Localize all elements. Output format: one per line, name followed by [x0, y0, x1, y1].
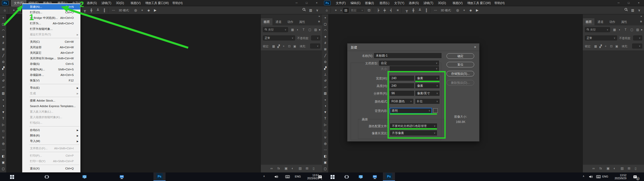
- gradient-tool[interactable]: ▧: [322, 90, 329, 96]
- history-brush-tool[interactable]: ↺: [322, 78, 329, 84]
- taskbar-clock[interactable]: 13:522023/9/29: [611, 174, 626, 180]
- filter-type-dropdown[interactable]: 类型∨: [585, 27, 610, 32]
- move-tool[interactable]: +: [322, 15, 329, 21]
- filter-adjust-icon[interactable]: ◐: [619, 28, 621, 31]
- align-top-icon[interactable]: ╥: [82, 8, 88, 13]
- file-menu-item-27[interactable]: 脚本(R)▶: [22, 133, 80, 138]
- background-color-swatch[interactable]: [433, 108, 438, 113]
- layer-mask-icon[interactable]: ▣: [285, 166, 288, 170]
- lock-all-icon[interactable]: ▣: [615, 44, 618, 48]
- tray-chevron-icon[interactable]: ∧: [263, 175, 265, 177]
- menubar-item-5[interactable]: 文字(Y): [392, 0, 407, 6]
- volume-icon[interactable]: [273, 174, 279, 180]
- panel-menu-icon[interactable]: ≡: [640, 20, 642, 23]
- panel-tab-3[interactable]: 动作: [607, 18, 618, 25]
- adjustment-layer-icon[interactable]: ◐: [292, 166, 294, 170]
- bit-depth-dropdown[interactable]: 8 位∨: [415, 99, 439, 104]
- marquee-tool[interactable]: ▢: [322, 21, 329, 27]
- brush-tool[interactable]: ▞: [0, 65, 7, 71]
- layer-mask-icon[interactable]: ▣: [607, 166, 610, 170]
- move-tool-icon[interactable]: +: [11, 8, 17, 13]
- color-swatches-icon[interactable]: ◧: [0, 153, 7, 159]
- file-menu-item-3[interactable]: 在 Bridge 中浏览(B)...Alt+Ctrl+O: [22, 15, 80, 21]
- chevron-down-icon[interactable]: ∨: [636, 8, 642, 13]
- name-input[interactable]: [374, 53, 441, 58]
- home-icon[interactable]: ⌂: [2, 8, 8, 13]
- color-swatches-icon[interactable]: ◧: [322, 153, 329, 159]
- screen-mode-icon[interactable]: ▢: [0, 166, 7, 172]
- orbit-3d-icon[interactable]: ◎: [133, 8, 138, 13]
- blend-mode-dropdown[interactable]: 正常∨: [585, 35, 617, 40]
- menubar-item-7[interactable]: 滤镜(T): [421, 0, 435, 6]
- type-tool[interactable]: T: [322, 115, 329, 121]
- file-menu-item-20[interactable]: 搜索 Adobe Stock...: [22, 98, 80, 103]
- lock-paint-icon[interactable]: ▞: [599, 44, 602, 48]
- menubar-item-1[interactable]: 文件(F): [334, 0, 348, 6]
- distribute-v-icon[interactable]: ║: [424, 8, 429, 13]
- blur-tool[interactable]: ◒: [322, 97, 329, 103]
- lock-paint-icon[interactable]: ▞: [277, 44, 280, 48]
- lock-move-icon[interactable]: +: [605, 44, 607, 48]
- zoom-tool[interactable]: ◎: [322, 141, 329, 147]
- file-menu-item-13[interactable]: 存储为(A)...Shift+Ctrl+S: [22, 67, 80, 72]
- frame-tool[interactable]: ⊞: [322, 46, 329, 52]
- panel-tab-2[interactable]: 通道: [595, 18, 606, 25]
- menubar-item-12[interactable]: 帮助(H): [492, 0, 507, 6]
- lock-transparency-icon[interactable]: ▩: [272, 44, 275, 48]
- close-icon[interactable]: ×: [474, 45, 476, 49]
- opacity-dropdown[interactable]: ∨: [633, 35, 642, 40]
- orbit-3d-icon[interactable]: ◎: [455, 8, 460, 13]
- workspace-icon[interactable]: ▥: [630, 8, 635, 13]
- type-tool[interactable]: T: [0, 115, 7, 121]
- menubar-item-4[interactable]: 图层(L): [377, 0, 392, 6]
- tray-chevron-icon[interactable]: ∧: [583, 175, 584, 177]
- start-icon[interactable]: [9, 174, 15, 180]
- task-view-icon[interactable]: [344, 174, 350, 180]
- dodge-tool[interactable]: ◑: [0, 103, 7, 109]
- language-indicator[interactable]: ENG: [295, 175, 301, 178]
- search-icon[interactable]: [301, 8, 307, 13]
- healing-brush-tool[interactable]: ⊙: [322, 59, 329, 65]
- hand-tool[interactable]: ∪: [322, 134, 329, 140]
- maximize-icon[interactable]: □: [305, 0, 308, 6]
- width-unit-dropdown[interactable]: 像素∨: [415, 76, 439, 81]
- file-menu-item-35[interactable]: 退出(X)Ctrl+Q: [22, 166, 80, 171]
- marquee-tool[interactable]: ▢: [0, 21, 7, 27]
- history-brush-tool[interactable]: ↺: [0, 78, 7, 84]
- notification-icon[interactable]: 2: [632, 174, 638, 180]
- menubar-item-8[interactable]: 3D(D): [436, 0, 448, 6]
- chevron-down-icon[interactable]: ∨: [18, 8, 21, 13]
- resolution-input[interactable]: [390, 91, 414, 96]
- file-menu-item-15[interactable]: 恢复(V)F12: [22, 78, 80, 83]
- file-menu-item-1[interactable]: 新建(N)...Ctrl+N: [22, 4, 80, 10]
- align-middle-icon[interactable]: ╫: [411, 8, 416, 13]
- zoom-tool[interactable]: ◎: [0, 141, 7, 147]
- filter-pixel-icon[interactable]: ▦: [613, 28, 616, 31]
- filter-toggle-icon[interactable]: ●: [319, 28, 320, 31]
- clone-stamp-tool[interactable]: ⊥: [0, 71, 7, 77]
- panel-tab-1[interactable]: 图层: [261, 18, 272, 25]
- menubar-item-11[interactable]: 窗口(W): [477, 0, 493, 6]
- language-indicator[interactable]: ENG: [602, 175, 608, 178]
- move-tool[interactable]: +: [0, 15, 7, 21]
- lock-artboard-icon[interactable]: ⊡: [288, 44, 291, 48]
- blend-mode-dropdown[interactable]: 正常∨: [263, 35, 295, 40]
- chevron-down-icon[interactable]: ∨: [340, 8, 343, 13]
- edit-toolbar-icon[interactable]: ⋯: [322, 147, 329, 153]
- lock-artboard-icon[interactable]: ⊡: [610, 44, 613, 48]
- notification-icon[interactable]: 2: [317, 174, 322, 180]
- pen-tool[interactable]: ▼: [322, 109, 329, 115]
- fill-dropdown[interactable]: ∨: [310, 43, 320, 49]
- search-monitor-icon[interactable]: [82, 174, 88, 180]
- menubar-item-8[interactable]: 3D(D): [114, 0, 126, 6]
- move-tool-icon[interactable]: +: [333, 8, 339, 13]
- panel-tab-4[interactable]: 属性: [618, 18, 630, 25]
- filter-pixel-icon[interactable]: ▦: [291, 28, 294, 31]
- dolly-3d-icon[interactable]: ◈: [468, 8, 473, 13]
- clone-stamp-tool[interactable]: ⊥: [322, 71, 329, 77]
- collapse-panels-icon[interactable]: »: [318, 15, 320, 18]
- hand-tool[interactable]: ∪: [0, 134, 7, 140]
- maximize-icon[interactable]: □: [627, 0, 630, 6]
- close-icon[interactable]: ×: [315, 0, 318, 6]
- object-selection-tool[interactable]: ∗: [0, 34, 7, 40]
